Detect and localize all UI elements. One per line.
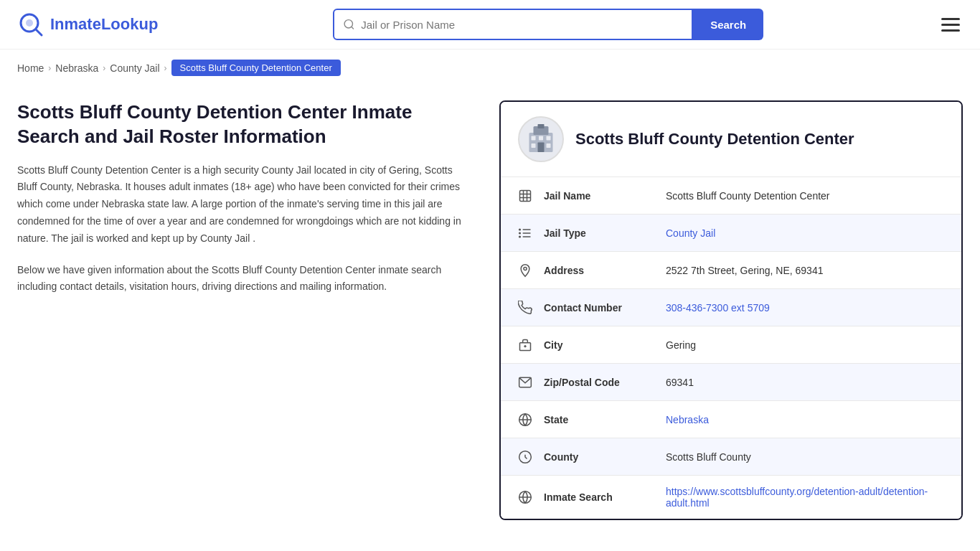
- building-icon: [524, 122, 558, 156]
- state-link[interactable]: Nebraska: [666, 414, 709, 425]
- breadcrumb-active: Scotts Bluff County Detention Center: [171, 60, 341, 76]
- svg-line-4: [352, 27, 354, 29]
- row-state: State Nebraska: [501, 401, 961, 438]
- row-jail-type: Jail Type County Jail: [501, 215, 961, 252]
- phone-icon: [515, 301, 535, 315]
- row-zip: Zip/Postal Code 69341: [501, 364, 961, 401]
- svg-point-22: [519, 229, 521, 230]
- svg-point-25: [524, 267, 527, 270]
- jail-icon: [515, 189, 535, 203]
- zip-label: Zip/Postal Code: [544, 377, 666, 388]
- jail-name-label: Jail Name: [544, 190, 666, 202]
- chevron-icon-1: ›: [48, 63, 51, 73]
- jail-type-link[interactable]: County Jail: [666, 227, 715, 239]
- globe-icon: [515, 413, 535, 427]
- svg-rect-14: [520, 190, 531, 201]
- left-column: Scotts Bluff County Detention Center Inm…: [17, 100, 476, 520]
- description-2: Below we have given information about th…: [17, 262, 462, 296]
- facility-avatar: [518, 116, 564, 162]
- header: InmateLookup Search: [0, 0, 980, 50]
- card-title: Scotts Bluff County Detention Center: [575, 130, 854, 149]
- search-button[interactable]: Search: [693, 9, 763, 40]
- contact-link[interactable]: 308-436-7300 ext 5709: [666, 302, 770, 314]
- row-contact: Contact Number 308-436-7300 ext 5709: [501, 289, 961, 326]
- svg-rect-7: [538, 124, 545, 128]
- zip-icon: [515, 375, 535, 390]
- zip-value: 69341: [666, 377, 947, 388]
- chevron-icon-3: ›: [164, 63, 167, 73]
- inmate-search-link[interactable]: https://www.scottsbluffcounty.org/detent…: [666, 486, 928, 509]
- address-label: Address: [544, 265, 666, 276]
- breadcrumb: Home › Nebraska › County Jail › Scotts B…: [0, 50, 980, 86]
- row-county: County Scotts Bluff County: [501, 438, 961, 476]
- state-label: State: [544, 414, 666, 425]
- city-label: City: [544, 339, 666, 351]
- svg-rect-13: [538, 143, 545, 153]
- svg-rect-8: [532, 136, 536, 141]
- svg-line-1: [36, 29, 42, 35]
- svg-point-2: [26, 19, 33, 27]
- location-icon: [515, 263, 535, 278]
- jail-type-label: Jail Type: [544, 227, 666, 239]
- breadcrumb-county-jail[interactable]: County Jail: [110, 62, 159, 74]
- svg-rect-10: [547, 136, 551, 141]
- hamburger-line1: [941, 18, 960, 20]
- hamburger-menu[interactable]: [938, 15, 963, 34]
- svg-rect-9: [539, 136, 543, 141]
- city-icon: [515, 338, 535, 352]
- county-icon: [515, 450, 535, 464]
- inmate-search-value: https://www.scottsbluffcounty.org/detent…: [666, 486, 947, 509]
- search-input-wrap: [333, 9, 693, 40]
- logo-icon: [17, 11, 44, 38]
- logo-text: InmateLookup: [50, 15, 158, 34]
- row-inmate-search: Inmate Search https://www.scottsbluffcou…: [501, 476, 961, 519]
- search-input[interactable]: [361, 19, 683, 31]
- jail-type-value: County Jail: [666, 227, 947, 239]
- inmate-search-label: Inmate Search: [544, 491, 666, 503]
- page-title: Scotts Bluff County Detention Center Inm…: [17, 100, 462, 149]
- city-value: Gering: [666, 339, 947, 351]
- svg-point-3: [344, 20, 352, 28]
- svg-rect-11: [532, 143, 536, 148]
- contact-label: Contact Number: [544, 302, 666, 314]
- svg-point-24: [519, 236, 521, 237]
- row-jail-name: Jail Name Scotts Bluff County Detention …: [501, 177, 961, 215]
- hamburger-line2: [941, 24, 960, 26]
- search-icon: [343, 18, 355, 31]
- row-city: City Gering: [501, 326, 961, 364]
- main-content: Scotts Bluff County Detention Center Inm…: [0, 86, 980, 549]
- county-label: County: [544, 451, 666, 463]
- info-card: Scotts Bluff County Detention Center Jai…: [499, 100, 963, 520]
- list-icon: [515, 226, 535, 240]
- county-value: Scotts Bluff County: [666, 451, 947, 463]
- search-bar: Search: [333, 9, 763, 40]
- svg-rect-12: [547, 143, 551, 148]
- inmate-search-icon: [515, 490, 535, 504]
- breadcrumb-nebraska[interactable]: Nebraska: [55, 62, 98, 74]
- description-1: Scotts Bluff County Detention Center is …: [17, 162, 462, 248]
- row-address: Address 2522 7th Street, Gering, NE, 693…: [501, 252, 961, 289]
- logo[interactable]: InmateLookup: [17, 11, 158, 38]
- jail-name-value: Scotts Bluff County Detention Center: [666, 190, 947, 202]
- hamburger-line3: [941, 29, 960, 32]
- right-column: Scotts Bluff County Detention Center Jai…: [499, 100, 963, 520]
- chevron-icon-2: ›: [103, 63, 105, 73]
- breadcrumb-home[interactable]: Home: [17, 62, 44, 74]
- card-header: Scotts Bluff County Detention Center: [501, 102, 961, 177]
- address-value: 2522 7th Street, Gering, NE, 69341: [666, 265, 947, 276]
- svg-point-23: [519, 232, 521, 234]
- contact-value: 308-436-7300 ext 5709: [666, 302, 947, 314]
- state-value: Nebraska: [666, 414, 947, 425]
